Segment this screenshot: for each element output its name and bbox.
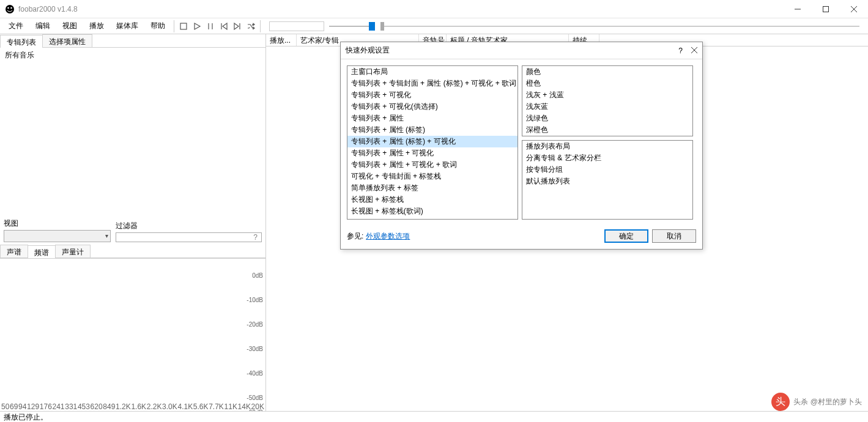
freq-axis: 5069941291762413314536208491.2K1.6K2.2K3… (1, 402, 264, 411)
playlist-layout-option[interactable]: 按专辑分组 (522, 164, 692, 176)
layout-option[interactable]: 专辑列表 + 属性 (347, 113, 517, 124)
layout-option[interactable]: 长视图 + 标签栈(歌词) (347, 205, 517, 217)
svg-marker-15 (253, 23, 254, 25)
cancel-button[interactable]: 取消 (652, 229, 696, 243)
window-title: foobar2000 v1.4.8 (18, 5, 78, 13)
colors-listbox[interactable]: 颜色 橙色浅灰 + 浅蓝浅灰蓝浅绿色深橙色深灰 + 橙 (522, 65, 693, 136)
watermark: 头 头杀 @村里的萝卜头 (771, 393, 862, 411)
svg-rect-4 (823, 6, 829, 12)
menu-play[interactable]: 播放 (83, 18, 110, 34)
tab-vu[interactable]: 声量计 (55, 245, 91, 257)
color-option[interactable]: 浅灰蓝 (522, 101, 692, 113)
svg-point-0 (6, 5, 14, 13)
colors-header: 颜色 (522, 66, 692, 78)
svg-rect-7 (180, 23, 187, 29)
playlist-layout-listbox[interactable]: 播放列表布局 分离专辑 & 艺术家分栏按专辑分组默认播放列表 (522, 140, 693, 220)
next-button[interactable] (231, 20, 244, 33)
layout-listbox[interactable]: 主窗口布局 专辑列表 + 专辑封面 + 属性 (标签) + 可视化 + 歌词专辑… (347, 65, 518, 220)
status-text: 播放已停止。 (4, 413, 48, 421)
svg-point-1 (7, 7, 9, 9)
chevron-down-icon: ▾ (105, 232, 108, 239)
svg-marker-16 (253, 27, 254, 29)
svg-marker-12 (223, 23, 227, 29)
maximize-button[interactable] (812, 0, 840, 18)
playlist-layout-header: 播放列表布局 (522, 141, 692, 152)
color-option[interactable]: 橙色 (522, 78, 692, 89)
view-select[interactable]: ▾ (4, 230, 111, 242)
left-tabs: 专辑列表 选择项属性 (0, 34, 265, 48)
color-option[interactable]: 深灰 + 橙 (522, 136, 692, 136)
tab-properties[interactable]: 选择项属性 (42, 34, 92, 47)
seek-slider[interactable] (380, 26, 859, 27)
app-icon (5, 4, 15, 14)
color-option[interactable]: 浅绿色 (522, 113, 692, 124)
layout-option[interactable]: 专辑列表 + 属性 (标签) (347, 124, 517, 136)
menubar: 文件 编辑 视图 播放 媒体库 帮助 (0, 18, 868, 34)
dialog-title: 快速外观设置 (346, 45, 390, 56)
titlebar: foobar2000 v1.4.8 (0, 0, 868, 18)
quick-appearance-dialog: 快速外观设置 ? 主窗口布局 专辑列表 + 专辑封面 + 属性 (标签) + 可… (340, 42, 703, 250)
menu-edit[interactable]: 编辑 (29, 18, 56, 34)
tab-spectrogram[interactable]: 声谱 (0, 245, 28, 257)
filter-input[interactable]: ? (116, 232, 262, 242)
menu-file[interactable]: 文件 (2, 18, 29, 34)
minimize-button[interactable] (784, 0, 812, 18)
ok-button[interactable]: 确定 (604, 229, 648, 243)
play-button[interactable] (190, 20, 204, 33)
layout-option[interactable]: 专辑列表 + 属性 + 可视化 (347, 147, 517, 159)
all-music-node[interactable]: 所有音乐 (0, 48, 265, 63)
svg-marker-13 (234, 23, 239, 29)
tab-spectrum[interactable]: 频谱 (28, 245, 56, 258)
spectrum-tabs: 声谱 频谱 声量计 (0, 245, 265, 258)
color-option[interactable]: 深橙色 (522, 124, 692, 136)
left-panel: 专辑列表 选择项属性 所有音乐 视图 ▾ 过滤器 ? 声谱 频谱 声量计 0dB… (0, 34, 266, 411)
color-option[interactable]: 浅灰 + 浅蓝 (522, 89, 692, 101)
volume-slider[interactable] (329, 26, 372, 27)
stop-button[interactable] (177, 20, 190, 33)
appearance-options-link[interactable]: 外观参数选项 (366, 231, 410, 242)
filter-label: 过滤器 (116, 221, 262, 231)
svg-point-2 (10, 7, 12, 9)
layout-option[interactable]: 专辑列表 + 专辑封面 + 属性 (标签) + 可视化 + 歌词 (347, 78, 517, 89)
layout-option[interactable]: 专辑列表 + 属性 (标签) + 可视化 (347, 136, 517, 147)
layout-option[interactable]: 专辑列表 + 属性 + 可视化 + 歌词 (347, 159, 517, 171)
menu-library[interactable]: 媒体库 (110, 18, 144, 34)
status-bar: 播放已停止。 (0, 411, 868, 422)
layout-option[interactable]: 专辑列表 + 可视化(供选择) (347, 101, 517, 113)
layout-option[interactable]: 专辑列表 + 可视化 (347, 89, 517, 101)
dialog-help[interactable]: ? (678, 46, 683, 55)
view-label: 视图 (4, 218, 111, 229)
pause-button[interactable] (204, 20, 217, 33)
playlist-layout-option[interactable]: 默认播放列表 (522, 176, 692, 187)
prev-button[interactable] (217, 20, 231, 33)
layout-option[interactable]: 可视化 + 专辑封面 + 标签栈 (347, 171, 517, 182)
close-button[interactable] (840, 0, 868, 18)
layout-option[interactable]: 长视图 + 标签栈 (347, 194, 517, 205)
menu-help[interactable]: 帮助 (144, 18, 171, 34)
watermark-icon: 头 (771, 393, 790, 411)
random-button[interactable] (244, 20, 258, 33)
playlist-layout-option[interactable]: 分离专辑 & 艺术家分栏 (522, 152, 692, 164)
layout-option[interactable]: 简单播放列表 + 标签 (347, 182, 517, 194)
tab-album-list[interactable]: 专辑列表 (0, 35, 43, 48)
menu-view[interactable]: 视图 (56, 18, 83, 34)
spectrum-display: 0dB -10dB -20dB -30dB -40dB -50dB -60dB … (0, 258, 265, 412)
svg-marker-8 (195, 23, 200, 29)
dialog-close-icon[interactable] (691, 46, 697, 55)
album-art-placeholder (269, 21, 324, 31)
layout-header: 主窗口布局 (347, 66, 517, 78)
see-label: 参见: (347, 231, 363, 242)
playlist-column[interactable]: 播放... (266, 34, 297, 46)
